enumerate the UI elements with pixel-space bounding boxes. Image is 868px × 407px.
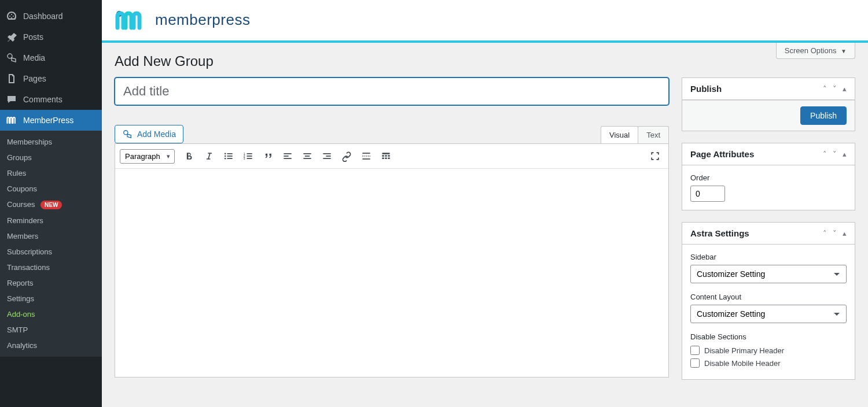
publish-button[interactable]: Publish [800,106,847,125]
move-up-icon[interactable]: ˄ [823,84,827,93]
toggle-icon[interactable]: ▴ [843,229,847,238]
move-down-icon[interactable]: ˅ [833,150,837,158]
sidebar-sub-memberships[interactable]: Memberships [0,134,102,150]
sidebar-item-label: Pages [23,74,46,83]
sidebar-item-comments[interactable]: Comments [0,89,102,110]
disable-option-label: Disable Mobile Header [704,359,781,368]
sidebar-item-pages[interactable]: Pages [0,68,102,89]
sidebar-sub-reports[interactable]: Reports [0,275,102,291]
svg-rect-4 [227,153,233,154]
admin-sidebar: Dashboard Posts Media Pages Comments Mem… [0,0,102,407]
svg-rect-23 [323,158,330,159]
svg-rect-21 [323,153,330,154]
svg-rect-20 [303,158,311,159]
link-button[interactable] [338,147,355,165]
move-up-icon[interactable]: ˄ [823,150,827,158]
svg-rect-12 [247,156,252,157]
pages-icon [6,73,17,84]
publish-title: Publish [690,84,722,94]
sidebar-sub-subscriptions[interactable]: Subscriptions [0,244,102,260]
sidebar-sub-members[interactable]: Members [0,228,102,244]
svg-rect-17 [284,158,291,159]
svg-point-3 [225,153,226,155]
svg-rect-32 [385,158,387,160]
sidebar-sub-addons[interactable]: Add-ons [0,306,102,322]
new-badge: NEW [41,201,62,209]
sidebar-sub-label: Courses [7,200,35,209]
disable-primary-header-checkbox[interactable] [690,346,700,355]
page-title: Add New Group [115,53,855,69]
disable-primary-header-row[interactable]: Disable Primary Header [690,346,847,355]
sidebar-sub-settings[interactable]: Settings [0,291,102,306]
sidebar-item-label: Media [23,53,45,62]
sidebar-sub-rules[interactable]: Rules [0,165,102,181]
readmore-button[interactable] [358,147,375,165]
sidebar-sub-coupons[interactable]: Coupons [0,181,102,197]
svg-rect-15 [284,153,291,154]
sidebar-item-media[interactable]: Media [0,47,102,68]
svg-rect-16 [284,156,288,157]
svg-rect-24 [362,153,370,154]
disable-mobile-header-checkbox[interactable] [690,358,700,368]
bold-button[interactable] [181,147,198,165]
page-attributes-box: Page Attributes ˄ ˅ ▴ Order [682,143,855,210]
align-right-button[interactable] [318,147,336,165]
move-down-icon[interactable]: ˅ [833,84,837,93]
disable-mobile-header-row[interactable]: Disable Mobile Header [690,358,847,368]
italic-button[interactable] [200,147,218,165]
publish-box: Publish ˄ ˅ ▴ Publish [682,77,855,131]
sidebar-sub-analytics[interactable]: Analytics [0,338,102,353]
fullscreen-button[interactable] [646,147,664,165]
astra-disable-label: Disable Sections [690,332,847,341]
screen-options-button[interactable]: Screen Options ▼ [776,43,855,59]
align-center-button[interactable] [299,147,316,165]
main-area: memberpress Screen Options ▼ Add New Gro… [102,0,868,407]
move-up-icon[interactable]: ˄ [823,229,827,238]
astra-settings-box: Astra Settings ˄ ˅ ▴ Sidebar Cus [682,222,855,380]
svg-rect-19 [305,156,310,157]
sidebar-item-dashboard[interactable]: Dashboard [0,6,102,27]
order-input[interactable] [690,186,725,202]
quote-button[interactable] [259,147,277,165]
astra-content-select[interactable]: Customizer Setting [690,305,847,323]
title-input[interactable] [115,77,669,105]
align-left-button[interactable] [279,147,296,165]
sidebar-item-label: Comments [23,95,62,104]
order-label: Order [690,173,847,182]
number-list-button[interactable]: 123 [240,147,257,165]
sidebar-sub-transactions[interactable]: Transactions [0,260,102,275]
toggle-icon[interactable]: ▴ [843,150,847,158]
editor-column: Add Media Visual Text Paragraph [115,77,669,391]
svg-rect-26 [362,158,370,160]
memberpress-icon [6,114,17,126]
toggle-icon[interactable]: ▴ [843,84,847,93]
svg-point-5 [225,156,226,157]
tab-text[interactable]: Text [638,126,669,143]
paragraph-select[interactable]: Paragraph [120,149,175,164]
sidebar-sub-groups[interactable]: Groups [0,150,102,165]
astra-sidebar-label: Sidebar [690,253,847,261]
svg-rect-25 [362,156,370,157]
svg-rect-14 [247,158,252,159]
editor-body[interactable] [115,169,668,377]
screen-options-label: Screen Options [785,46,837,55]
sidebar-item-memberpress[interactable]: MemberPress [0,110,102,131]
page-attr-title: Page Attributes [690,149,754,159]
sidebar-item-posts[interactable]: Posts [0,27,102,47]
svg-rect-29 [385,155,387,157]
add-media-button[interactable]: Add Media [115,125,183,143]
brand-name: memberpress [155,11,250,29]
pin-icon [6,31,17,43]
media-add-icon [122,129,133,139]
svg-rect-18 [303,153,311,154]
tab-visual[interactable]: Visual [601,126,638,143]
sidebar-sub-reminders[interactable]: Reminders [0,213,102,228]
bullet-list-button[interactable] [220,147,237,165]
svg-rect-30 [388,155,389,157]
sidebar-sub-smtp[interactable]: SMTP [0,322,102,338]
brand-bar: memberpress [102,0,868,43]
move-down-icon[interactable]: ˅ [833,229,837,238]
toolbar-toggle-button[interactable] [377,147,395,165]
sidebar-sub-courses[interactable]: Courses NEW [0,197,102,213]
astra-sidebar-select[interactable]: Customizer Setting [690,265,847,283]
